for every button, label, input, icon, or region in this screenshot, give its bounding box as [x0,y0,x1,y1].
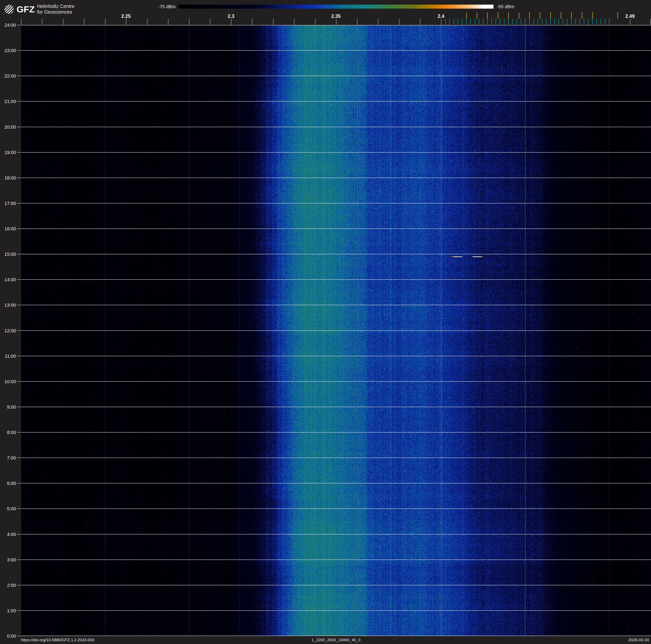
wifi-channel-tick [617,12,618,19]
ble-channel-tick [533,19,534,24]
ble-channel-tick [559,19,559,24]
wifi-channel-tick [466,12,467,19]
hour-tick [17,152,21,153]
ble-channel-tick [491,19,492,24]
ble-channel-tick [554,19,555,24]
hour-tick [17,229,21,229]
hour-tick [17,50,21,51]
hour-tick [17,101,21,101]
wifi-channel-tick [529,12,530,19]
logo-org-line2: for Geosciences [37,9,74,15]
ble-channel-tick [546,19,547,24]
ble-channel-tick [592,19,593,24]
ble-channel-tick [513,19,513,24]
hour-tick [17,254,21,254]
freq-minor-tick [63,19,63,25]
footer-dataset-name: 1_2200_2500_10000_40_0 [312,638,360,642]
freq-minor-tick [399,19,399,25]
spectrogram-canvas [21,25,651,636]
hour-tick [17,559,21,560]
freq-minor-tick [252,19,252,25]
hour-label: 18:00 [0,175,16,181]
hour-label: 5:00 [0,506,16,511]
freq-tick-label: 2.35 [331,13,341,19]
hour-label: 3:00 [0,557,16,563]
hour-tick [17,305,21,305]
ble-channel-tick [504,19,504,24]
logo-org-name: Helmholtz Centre for Geosciences [37,4,74,15]
wifi-channel-tick [477,12,477,19]
hour-label: 14:00 [0,277,16,283]
ble-channel-tick [580,19,580,24]
freq-tick-label: 2.49 [625,13,635,19]
hour-tick [17,330,21,331]
freq-minor-tick [315,19,315,25]
footer-date: 2026-02-24 [628,638,649,642]
ble-channel-tick [458,19,458,24]
freq-minor-tick [84,19,85,25]
ble-channel-tick [450,19,450,24]
wifi-channel-tick [571,12,572,19]
hour-label: 12:00 [0,328,16,333]
freq-minor-tick [21,19,22,25]
colorbar-max-label: -55 dBm [497,4,514,9]
hour-tick [17,203,21,203]
footer-doi-link[interactable]: https://doi.org/10.5880/GFZ.1.2.2024.003 [21,638,94,642]
hour-tick [17,356,21,356]
colorbar [179,5,494,9]
hour-tick [17,178,21,178]
ble-channel-tick [537,19,538,24]
freq-tick-label: 2.4 [438,13,444,19]
ble-channel-tick [466,19,467,24]
wifi-channel-tick [550,12,551,19]
freq-minor-tick [294,19,294,25]
wifi-channel-tick [487,12,488,19]
freq-minor-tick [273,19,273,25]
ble-channel-tick [470,19,471,24]
ble-channel-tick [525,19,525,24]
freq-minor-tick [420,19,421,25]
wifi-channel-tick [508,12,509,19]
wifi-channel-tick [498,12,498,19]
ble-channel-tick [483,19,484,24]
hour-tick [17,381,21,382]
hour-label: 11:00 [0,354,16,359]
hour-tick [17,407,21,407]
hour-label: 13:00 [0,302,16,308]
freq-minor-tick [105,19,105,25]
ble-channel-tick [454,19,454,24]
hour-tick [17,279,21,280]
hour-label: 4:00 [0,532,16,537]
wifi-channel-tick [592,12,593,19]
freq-minor-tick [357,19,358,25]
freq-minor-tick [189,19,189,25]
hour-label: 2:00 [0,583,16,588]
hour-label: 1:00 [0,608,16,614]
hour-tick [17,636,21,636]
ble-channel-tick [517,19,517,24]
hour-tick [17,508,21,509]
ble-channel-tick [576,19,576,24]
hour-label: 10:00 [0,379,16,384]
ble-channel-tick [588,19,588,24]
hour-tick [17,610,21,611]
hour-label: 7:00 [0,455,16,461]
hour-label: 20:00 [0,124,16,130]
freq-minor-tick [378,19,378,25]
wifi-channel-tick [519,12,519,19]
ble-channel-tick [609,19,610,24]
hour-label: 19:00 [0,150,16,155]
ble-channel-tick [462,19,462,24]
freq-minor-tick [126,19,126,25]
gfz-logo: GFZ Helmholtz Centre for Geosciences [4,4,74,15]
ble-channel-tick [496,19,496,24]
freq-minor-tick [231,19,231,25]
freq-minor-tick [630,19,630,25]
hour-label: 0:00 [0,634,16,639]
freq-minor-tick [441,19,441,25]
freq-minor-tick [42,19,42,25]
hour-label: 8:00 [0,430,16,435]
wifi-channel-tick [582,12,582,19]
ble-channel-tick [529,19,530,24]
ble-channel-tick [508,19,508,24]
